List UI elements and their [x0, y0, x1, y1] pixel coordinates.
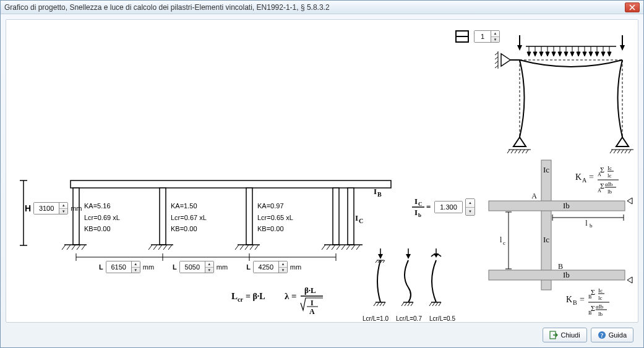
svg-text:Ic: Ic — [598, 287, 603, 294]
ratio-spinner[interactable] — [434, 201, 463, 213]
story-count-input[interactable] — [474, 31, 491, 42]
col1-lcr: Lcr=0.69 xL — [84, 212, 120, 224]
svg-line-194 — [429, 302, 432, 306]
svg-marker-16 — [552, 52, 556, 56]
svg-text:Ic: Ic — [543, 165, 549, 174]
svg-line-51 — [621, 150, 624, 153]
svg-text:I: I — [414, 208, 418, 217]
help-button-label: Guida — [609, 331, 627, 339]
svg-line-56 — [495, 53, 498, 55]
span2-spinner[interactable]: ▲▼ — [179, 261, 214, 273]
svg-line-190 — [411, 302, 413, 306]
svg-rect-120 — [246, 188, 252, 245]
svg-text:A: A — [309, 307, 315, 316]
svg-line-188 — [405, 302, 407, 306]
svg-rect-118 — [73, 188, 79, 245]
svg-line-131 — [82, 245, 85, 250]
ratio-stepper[interactable]: ▲▼ — [465, 198, 475, 216]
span3-input[interactable] — [254, 261, 278, 273]
spinner-down-icon[interactable]: ▼ — [132, 268, 140, 273]
spinner-down-icon[interactable]: ▼ — [59, 209, 67, 214]
svg-line-145 — [337, 245, 340, 250]
help-button[interactable]: ? Guida — [591, 328, 633, 342]
svg-line-135 — [163, 245, 167, 250]
svg-marker-3 — [517, 45, 522, 51]
svg-text:= β·L: = β·L — [246, 292, 265, 301]
svg-line-183 — [383, 302, 385, 306]
svg-marker-20 — [564, 52, 568, 56]
window-close-button[interactable] — [625, 2, 640, 12]
svg-line-187 — [401, 302, 404, 306]
svg-text:cr: cr — [238, 296, 243, 303]
building-icon — [454, 30, 471, 43]
svg-marker-24 — [577, 52, 580, 56]
col2-ka: KA=1.50 — [171, 200, 207, 212]
svg-text:A: A — [531, 192, 537, 200]
close-button[interactable]: Chiudi — [543, 328, 586, 342]
h-spinner[interactable]: ▲ ▼ — [33, 202, 68, 214]
svg-line-147 — [346, 245, 350, 250]
svg-marker-18 — [558, 52, 562, 56]
ic-over-ib-label: I C I b = — [410, 197, 432, 218]
span1-spinner[interactable]: ▲▼ — [106, 261, 140, 273]
svg-line-148 — [351, 245, 355, 250]
svg-marker-10 — [533, 52, 537, 56]
svg-line-57 — [495, 57, 498, 59]
svg-line-50 — [617, 150, 620, 153]
span1-unit: mm — [143, 263, 154, 271]
svg-text:lb: lb — [608, 189, 612, 195]
span2-unit: mm — [217, 263, 228, 271]
h-input[interactable] — [34, 203, 59, 214]
span3-unit: mm — [290, 263, 301, 271]
svg-text:l: l — [585, 219, 588, 227]
svg-line-41 — [511, 150, 513, 153]
svg-marker-30 — [595, 52, 599, 56]
svg-text:β·L: β·L — [304, 286, 316, 295]
svg-text:lc: lc — [598, 295, 603, 301]
spinner-up-icon[interactable]: ▲ — [59, 203, 67, 209]
spinner-up-icon[interactable]: ▲ — [279, 261, 287, 268]
svg-line-133 — [153, 245, 157, 250]
spinner-down-icon[interactable]: ▼ — [279, 268, 287, 273]
svg-line-134 — [158, 245, 162, 250]
svg-line-149 — [356, 245, 360, 250]
svg-line-48 — [610, 150, 612, 153]
svg-text:=: = — [426, 202, 431, 211]
column-2-data: KA=1.50 Lcr=0.67 xL KB=0.00 — [171, 200, 207, 235]
svg-line-129 — [72, 245, 75, 250]
spinner-up-icon[interactable]: ▲ — [205, 261, 213, 268]
spinner-down-icon[interactable]: ▼ — [205, 268, 213, 273]
spinner-up-icon[interactable]: ▲ — [132, 261, 140, 268]
svg-line-44 — [522, 150, 525, 153]
svg-text:L: L — [231, 291, 238, 301]
svg-line-144 — [332, 245, 335, 250]
svg-line-143 — [327, 245, 330, 250]
svg-line-138 — [240, 245, 244, 250]
svg-text:Ic: Ic — [543, 235, 549, 244]
svg-text:I: I — [355, 213, 358, 223]
svg-marker-12 — [539, 52, 543, 56]
svg-line-197 — [439, 302, 441, 306]
svg-line-140 — [250, 245, 254, 250]
svg-text:A: A — [582, 177, 587, 184]
svg-text:Ib: Ib — [563, 201, 570, 210]
spinner-down-icon[interactable]: ▼ — [466, 208, 474, 216]
svg-marker-81 — [627, 277, 632, 283]
exit-icon — [549, 331, 558, 339]
svg-line-45 — [526, 150, 528, 153]
window-title: Grafico di progetto, Snellezza e luce di… — [4, 3, 625, 12]
svg-text:C: C — [359, 218, 363, 224]
svg-text:A: A — [598, 172, 601, 177]
buckling-modes-diagram — [365, 245, 452, 313]
close-button-label: Chiudi — [560, 331, 580, 339]
svg-line-127 — [62, 245, 66, 250]
svg-line-49 — [614, 150, 616, 153]
spinner-up-icon[interactable]: ▲ — [466, 199, 474, 208]
svg-marker-46 — [616, 137, 629, 146]
ratio-input[interactable] — [435, 202, 462, 213]
svg-line-136 — [168, 245, 172, 250]
col2-lcr: Lcr=0.67 xL — [171, 212, 207, 224]
span2-input[interactable] — [180, 261, 205, 273]
span1-input[interactable] — [106, 261, 131, 273]
span3-spinner[interactable]: ▲▼ — [253, 261, 288, 273]
